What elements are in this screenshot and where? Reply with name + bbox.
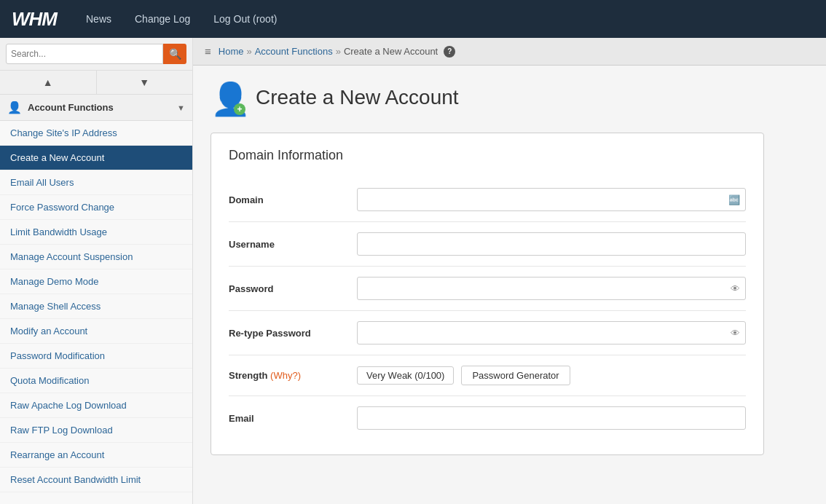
sidebar-arrow-down[interactable]: ▼	[97, 71, 193, 94]
domain-information-form: Domain Information Domain 🔤 Username	[211, 133, 764, 455]
retype-password-input[interactable]	[357, 321, 746, 344]
breadcrumb-menu-icon: ≡	[205, 45, 211, 58]
form-row-password: Password 👁	[229, 267, 746, 311]
sidebar-item-quota-mod[interactable]: Quota Modification	[0, 369, 192, 393]
breadcrumb-help-icon[interactable]: ?	[444, 46, 455, 58]
sidebar-menu: Change Site's IP Address Create a New Ac…	[0, 121, 192, 504]
sidebar-item-email-users[interactable]: Email All Users	[0, 170, 192, 195]
nav-logout[interactable]: Log Out (root)	[202, 0, 288, 38]
whm-logo: WHM	[12, 8, 57, 31]
username-label: Username	[229, 239, 345, 250]
password-input[interactable]	[357, 277, 746, 300]
email-input[interactable]	[357, 406, 746, 430]
password-label: Password	[229, 283, 345, 294]
password-generator-button[interactable]: Password Generator	[461, 366, 570, 385]
sidebar-nav-arrows: ▲ ▼	[0, 71, 192, 95]
form-row-domain: Domain 🔤	[229, 178, 746, 222]
sidebar-item-raw-apache-log[interactable]: Raw Apache Log Download	[0, 393, 192, 418]
breadcrumb-section[interactable]: Account Functions	[255, 46, 333, 57]
top-navigation: WHM News Change Log Log Out (root)	[0, 0, 826, 38]
sidebar-item-change-site-ip[interactable]: Change Site's IP Address	[0, 121, 192, 146]
topnav-links: News Change Log Log Out (root)	[74, 0, 288, 38]
form-row-retype-password: Re-type Password 👁	[229, 311, 746, 355]
page-header: 👤 + Create a New Account	[211, 80, 809, 115]
breadcrumb-current: Create a New Account	[344, 46, 438, 57]
sidebar-item-manage-suspension[interactable]: Manage Account Suspension	[0, 245, 192, 269]
nav-news[interactable]: News	[74, 0, 123, 38]
sidebar-item-manage-shell[interactable]: Manage Shell Access	[0, 294, 192, 319]
strength-label-text: Strength	[229, 370, 267, 381]
main-content: ≡ Home » Account Functions » Create a Ne…	[193, 38, 826, 504]
sidebar-item-reset-bandwidth[interactable]: Reset Account Bandwidth Limit	[0, 468, 192, 492]
sidebar-search-bar: 🔍	[0, 38, 192, 71]
sidebar-section-chevron-icon: ▼	[177, 103, 185, 112]
sidebar-item-limit-bandwidth[interactable]: Limit Bandwidth Usage	[0, 220, 192, 245]
form-row-email: Email	[229, 396, 746, 440]
plus-badge-icon: +	[234, 103, 245, 115]
breadcrumb: ≡ Home » Account Functions » Create a Ne…	[193, 38, 826, 66]
sidebar-item-modify-account[interactable]: Modify an Account	[0, 319, 192, 344]
sidebar-item-force-pw-change[interactable]: Force Password Change	[0, 195, 192, 220]
breadcrumb-home[interactable]: Home	[219, 46, 244, 57]
strength-label-container: Strength (Why?)	[229, 370, 345, 381]
domain-label: Domain	[229, 194, 345, 205]
form-section-title: Domain Information	[229, 148, 746, 163]
page-layout: 🔍 ▲ ▼ 👤 Account Functions ▼ Change Site'…	[0, 38, 826, 504]
sidebar-item-rearrange-account[interactable]: Rearrange an Account	[0, 443, 192, 468]
sidebar-item-raw-ftp-log[interactable]: Raw FTP Log Download	[0, 418, 192, 443]
strength-value: Very Weak (0/100)	[357, 366, 454, 385]
sidebar-item-manage-demo[interactable]: Manage Demo Mode	[0, 269, 192, 294]
retype-password-eye-icon[interactable]: 👁	[731, 328, 740, 339]
password-eye-icon[interactable]: 👁	[731, 283, 740, 294]
domain-input[interactable]	[357, 188, 746, 211]
form-row-strength: Strength (Why?) Very Weak (0/100) Passwo…	[229, 355, 746, 396]
domain-field: 🔤	[357, 188, 746, 211]
sidebar: 🔍 ▲ ▼ 👤 Account Functions ▼ Change Site'…	[0, 38, 193, 504]
sidebar-item-create-account[interactable]: Create a New Account	[0, 146, 192, 170]
password-field: 👁	[357, 277, 746, 300]
retype-password-label: Re-type Password	[229, 328, 345, 339]
email-label: Email	[229, 413, 345, 424]
form-row-username: Username	[229, 222, 746, 267]
sidebar-section-label: Account Functions	[28, 102, 114, 113]
email-field	[357, 406, 746, 430]
domain-id-icon: 🔤	[728, 194, 740, 205]
username-input[interactable]	[357, 232, 746, 256]
retype-password-field: 👁	[357, 321, 746, 344]
breadcrumb-sep2: »	[336, 46, 341, 57]
strength-controls: Very Weak (0/100) Password Generator	[357, 366, 570, 385]
sidebar-arrow-up[interactable]: ▲	[0, 71, 97, 94]
username-field	[357, 232, 746, 256]
search-button[interactable]: 🔍	[163, 44, 186, 64]
sidebar-item-pw-modification[interactable]: Password Modification	[0, 344, 192, 369]
search-input[interactable]	[6, 44, 163, 64]
page-header-icon-container: 👤 +	[211, 80, 245, 115]
sidebar-section-header: 👤 Account Functions ▼	[0, 95, 192, 121]
page-title: Create a New Account	[256, 86, 459, 109]
breadcrumb-sep1: »	[246, 46, 251, 57]
content-area: 👤 + Create a New Account Domain Informat…	[193, 66, 826, 504]
account-functions-icon: 👤	[7, 101, 22, 114]
strength-why-link[interactable]: (Why?)	[270, 370, 301, 381]
nav-changelog[interactable]: Change Log	[123, 0, 202, 38]
